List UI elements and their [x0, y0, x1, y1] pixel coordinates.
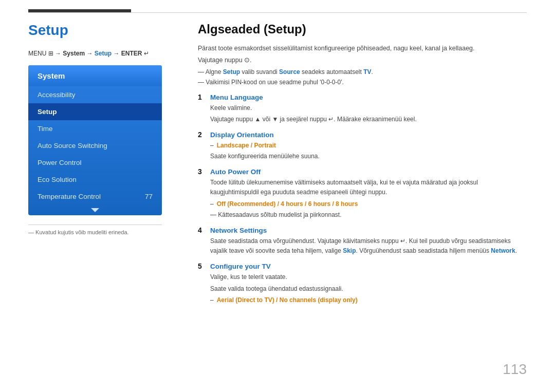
section-3-body: Toode lülitub ülekuumenemise vältimiseks… — [198, 178, 527, 220]
sidebar-note: ― Kuvatud kujutis võib mudeliti erineda. — [28, 229, 162, 235]
section-2-sub-1-text: Landscape / Portrait — [217, 141, 276, 151]
breadcrumb-system: System — [63, 50, 85, 57]
section-2-body: – Landscape / Portrait Saate konfigureer… — [198, 141, 527, 161]
section-4-line-1: Saate seadistada oma võrguühendust. Vaju… — [210, 236, 527, 256]
page-title: Setup — [28, 22, 162, 39]
section-5-heading: 5 Configure your TV — [198, 262, 527, 270]
sidebar-item-temp-value: 77 — [145, 193, 153, 200]
section-4-number: 4 — [198, 226, 205, 234]
section-4-heading: 4 Network Settings — [198, 226, 527, 234]
section-2-heading: 2 Display Orientation — [198, 130, 527, 139]
sidebar-item-power-control[interactable]: Power Control — [28, 154, 162, 171]
sidebar-item-time[interactable]: Time — [28, 120, 162, 137]
section-5-label: Configure your TV — [210, 263, 271, 270]
section-4-body: Saate seadistada oma võrguühendust. Vaju… — [198, 236, 527, 256]
section-1-line-1: Keele valimine. — [210, 103, 527, 113]
section-3-heading: 3 Auto Power Off — [198, 167, 527, 176]
breadcrumb-menu: MENU — [28, 50, 48, 57]
right-panel: Algseaded (Setup) Pärast toote esmakords… — [177, 13, 527, 392]
sidebar-item-eco-solution[interactable]: Eco Solution — [28, 171, 162, 188]
section-5-sub-1-text: Aerial (Direct to TV) / No channels (dis… — [217, 295, 358, 305]
breadcrumb-arrow3: → — [113, 50, 121, 57]
main-container: Setup MENU ⊞ → System → Setup → ENTER ↵ … — [0, 13, 555, 392]
section-3-sub-1: – Off (Recommended) / 4 hours / 6 hours … — [210, 199, 527, 209]
sidebar-item-temp-control[interactable]: Temperature Control 77 — [28, 188, 162, 205]
sidebar-header: System — [28, 65, 162, 86]
section-3-line-1: Toode lülitub ülekuumenemise vältimiseks… — [210, 178, 527, 197]
section-5-line-2: Saate valida tootega ühendatud edastussi… — [210, 284, 527, 294]
breadcrumb: MENU ⊞ → System → Setup → ENTER ↵ — [28, 50, 162, 57]
section-1-number: 1 — [198, 93, 205, 101]
section-4: 4 Network Settings Saate seadistada oma … — [198, 226, 527, 256]
breadcrumb-arrow1: → — [55, 50, 63, 57]
breadcrumb-menu-icon: ⊞ — [48, 50, 53, 57]
section-title: Algseaded (Setup) — [198, 22, 527, 36]
section-5-body: Valige, kus te telerit vaatate. Saate va… — [198, 272, 527, 305]
section-1-body: Keele valimine. Vajutage nuppu ▲ või ▼ j… — [198, 103, 527, 124]
note-1: ― Algne Setup valib suvandi Source seade… — [198, 67, 527, 77]
note-2: ― Vaikimisi PIN-kood on uue seadme puhul… — [198, 78, 527, 87]
breadcrumb-enter: ENTER — [121, 50, 142, 57]
page-number: 113 — [503, 361, 527, 378]
left-panel: Setup MENU ⊞ → System → Setup → ENTER ↵ … — [28, 13, 177, 392]
sidebar-item-temp-label: Temperature Control — [38, 193, 101, 200]
sidebar-footer-line — [28, 225, 162, 225]
vajutage-text: Vajutage nuppu ⊙. — [198, 55, 527, 65]
sidebar-chevron — [28, 205, 162, 215]
section-3-sub-1-text: Off (Recommended) / 4 hours / 6 hours / … — [217, 199, 358, 209]
breadcrumb-setup: Setup — [95, 50, 112, 57]
section-3: 3 Auto Power Off Toode lülitub ülekuumen… — [198, 167, 527, 220]
section-2-sub-1: – Landscape / Portrait — [210, 141, 527, 151]
sidebar-item-auto-source[interactable]: Auto Source Switching — [28, 137, 162, 154]
sidebar: System Accessibility Setup Time Auto Sou… — [28, 65, 162, 215]
section-5: 5 Configure your TV Valige, kus te teler… — [198, 262, 527, 305]
section-5-number: 5 — [198, 262, 205, 270]
section-3-number: 3 — [198, 167, 205, 176]
sidebar-item-setup[interactable]: Setup — [28, 103, 162, 120]
section-5-sub-1: – Aerial (Direct to TV) / No channels (d… — [210, 295, 527, 305]
section-4-label: Network Settings — [210, 227, 267, 234]
section-3-line-2: ― Kättesaadavus sõltub mudelist ja piirk… — [210, 210, 527, 220]
section-2-number: 2 — [198, 130, 205, 139]
chevron-down-icon — [91, 208, 99, 212]
dash-icon-3: – — [210, 295, 214, 305]
dash-icon-2: – — [210, 199, 214, 209]
dash-icon: – — [210, 141, 214, 151]
breadcrumb-arrow2: → — [86, 50, 94, 57]
section-1: 1 Menu Language Keele valimine. Vajutage… — [198, 93, 527, 124]
intro-text: Pärast toote esmakordset sisselülitamist… — [198, 44, 527, 53]
section-2-label: Display Orientation — [210, 131, 274, 139]
section-2-line-1: Saate konfigureerida menüülehe suuna. — [210, 152, 527, 161]
section-1-heading: 1 Menu Language — [198, 93, 527, 101]
section-1-line-2: Vajutage nuppu ▲ või ▼ ja seejärel nuppu… — [210, 115, 527, 124]
section-3-label: Auto Power Off — [210, 168, 261, 176]
section-2: 2 Display Orientation – Landscape / Port… — [198, 130, 527, 161]
section-1-label: Menu Language — [210, 94, 263, 101]
breadcrumb-enter-icon: ↵ — [144, 50, 149, 57]
section-5-line-1: Valige, kus te telerit vaatate. — [210, 272, 527, 282]
sidebar-item-accessibility[interactable]: Accessibility — [28, 86, 162, 103]
